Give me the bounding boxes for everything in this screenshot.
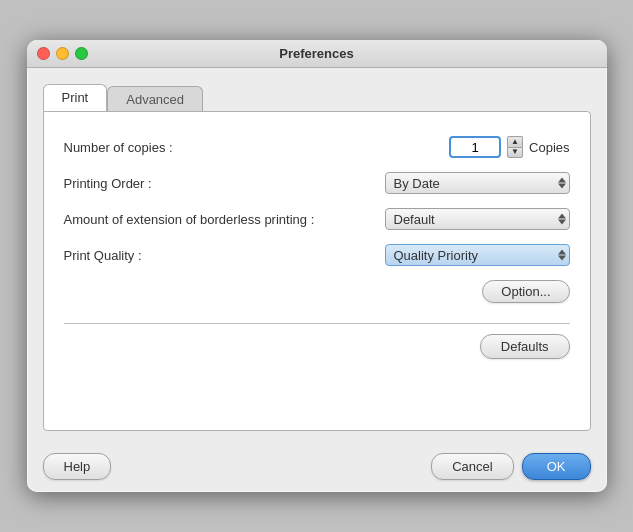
copies-stepper-down[interactable]: ▼ [507, 147, 523, 159]
print-quality-select[interactable]: Quality Priority Speed Priority Custom [385, 244, 570, 266]
copies-stepper: ▲ ▼ [507, 136, 523, 158]
borderless-label: Amount of extension of borderless printi… [64, 212, 315, 227]
close-button[interactable] [37, 47, 50, 60]
printing-order-select[interactable]: By Date By Name By Type [385, 172, 570, 194]
copies-control: ▲ ▼ Copies [449, 136, 569, 158]
maximize-button[interactable] [75, 47, 88, 60]
printing-order-row: Printing Order : By Date By Name By Type [64, 172, 570, 194]
borderless-select[interactable]: Default Minimum Standard Maximum [385, 208, 570, 230]
print-quality-select-wrap: Quality Priority Speed Priority Custom [385, 244, 570, 266]
defaults-button[interactable]: Defaults [480, 334, 570, 359]
borderless-row: Amount of extension of borderless printi… [64, 208, 570, 230]
printing-order-select-wrap: By Date By Name By Type [385, 172, 570, 194]
borderless-select-wrap: Default Minimum Standard Maximum [385, 208, 570, 230]
minimize-button[interactable] [56, 47, 69, 60]
borderless-control: Default Minimum Standard Maximum [385, 208, 570, 230]
print-quality-control: Quality Priority Speed Priority Custom [385, 244, 570, 266]
option-button[interactable]: Option... [482, 280, 569, 303]
separator [64, 323, 570, 324]
tab-content-print: Number of copies : ▲ ▼ Copies Printing O… [43, 111, 591, 431]
print-quality-row: Print Quality : Quality Priority Speed P… [64, 244, 570, 266]
cancel-button[interactable]: Cancel [431, 453, 513, 480]
window-body: Print Advanced Number of copies : ▲ ▼ Co… [27, 68, 607, 443]
copies-input[interactable] [449, 136, 501, 158]
preferences-window: Preferences Print Advanced Number of cop… [27, 40, 607, 492]
tab-bar: Print Advanced [43, 84, 591, 111]
defaults-row: Defaults [64, 334, 570, 359]
window-title: Preferences [279, 46, 353, 61]
bottom-buttons: Help Cancel OK [27, 443, 607, 492]
tab-advanced[interactable]: Advanced [107, 86, 203, 113]
print-quality-label: Print Quality : [64, 248, 142, 263]
printing-order-label: Printing Order : [64, 176, 152, 191]
ok-button[interactable]: OK [522, 453, 591, 480]
help-button[interactable]: Help [43, 453, 112, 480]
printing-order-control: By Date By Name By Type [385, 172, 570, 194]
copies-label: Number of copies : [64, 140, 173, 155]
copies-unit: Copies [529, 140, 569, 155]
titlebar: Preferences [27, 40, 607, 68]
copies-row: Number of copies : ▲ ▼ Copies [64, 136, 570, 158]
copies-stepper-up[interactable]: ▲ [507, 136, 523, 147]
option-button-row: Option... [64, 280, 570, 303]
tab-print[interactable]: Print [43, 84, 108, 111]
traffic-lights [37, 47, 88, 60]
